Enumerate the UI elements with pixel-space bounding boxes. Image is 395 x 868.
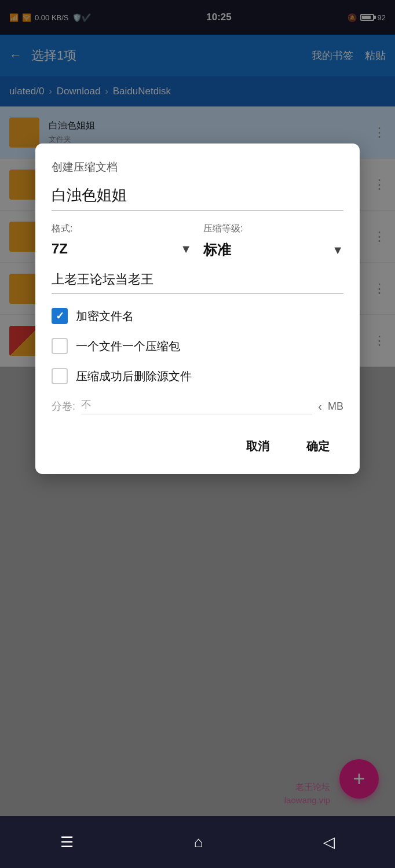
dialog-buttons: 取消 确定 (52, 433, 343, 460)
one-file-per-archive-checkbox[interactable] (52, 338, 68, 354)
bottom-navigation: ☰ ⌂ ◁ (0, 816, 395, 868)
encrypt-filename-label: 加密文件名 (76, 308, 134, 324)
delete-source-row: 压缩成功后删除源文件 (52, 368, 343, 384)
password-input[interactable] (52, 272, 343, 294)
checkmark-icon: ✓ (56, 310, 64, 322)
cancel-button[interactable]: 取消 (232, 433, 283, 460)
filename-input[interactable] (52, 186, 343, 211)
encrypt-filename-checkbox[interactable]: ✓ (52, 308, 68, 324)
confirm-button[interactable]: 确定 (292, 433, 343, 460)
create-archive-dialog: 创建压缩文档 格式: 7Z ▼ 压缩等级: 标准 ▼ ✓ 加密文件名 一个文件一… (35, 144, 360, 474)
split-label: 分卷: (52, 399, 75, 413)
encrypt-filename-row: ✓ 加密文件名 (52, 308, 343, 324)
compression-select[interactable]: 标准 ▼ (203, 238, 343, 262)
split-row: 分卷: ‹ MB (52, 398, 343, 417)
compression-col: 压缩等级: 标准 ▼ (203, 223, 343, 262)
delete-source-label: 压缩成功后删除源文件 (76, 369, 192, 384)
format-select[interactable]: 7Z ▼ (52, 238, 192, 259)
split-input[interactable] (81, 398, 312, 414)
nav-back-icon[interactable]: ◁ (323, 833, 335, 851)
delete-source-checkbox[interactable] (52, 368, 68, 384)
format-row: 格式: 7Z ▼ 压缩等级: 标准 ▼ (52, 223, 343, 262)
one-file-per-archive-row: 一个文件一个压缩包 (52, 338, 343, 354)
nav-menu-icon[interactable]: ☰ (60, 833, 74, 851)
compression-dropdown-arrow: ▼ (332, 244, 343, 257)
dialog-title: 创建压缩文档 (52, 160, 343, 175)
format-label: 格式: (52, 223, 192, 235)
split-arrow-icon[interactable]: ‹ (318, 400, 322, 413)
format-dropdown-arrow: ▼ (180, 242, 192, 256)
split-unit: MB (328, 400, 343, 413)
nav-home-icon[interactable]: ⌂ (194, 833, 203, 851)
format-value: 7Z (52, 241, 68, 257)
one-file-per-archive-label: 一个文件一个压缩包 (76, 339, 180, 354)
compression-value: 标准 (203, 241, 231, 259)
format-col: 格式: 7Z ▼ (52, 223, 192, 262)
compression-label: 压缩等级: (203, 223, 343, 235)
